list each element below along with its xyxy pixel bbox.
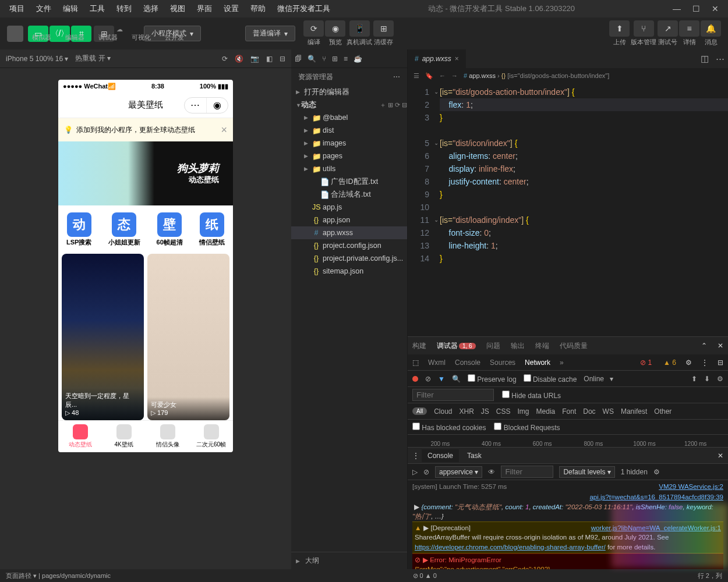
- compile-select[interactable]: 普通编译▾: [245, 26, 295, 41]
- menu-item[interactable]: 工具: [85, 1, 109, 16]
- console-tab[interactable]: Console: [422, 449, 459, 462]
- close-icon[interactable]: ✕: [712, 4, 719, 13]
- filter-type[interactable]: Img: [518, 407, 529, 416]
- filter-type[interactable]: JS: [481, 407, 489, 416]
- throttle-select[interactable]: Online ▾: [584, 375, 613, 383]
- subtab-network[interactable]: Network: [525, 359, 550, 367]
- tree-item[interactable]: {}project.private.config.js...: [291, 252, 407, 265]
- open-editors[interactable]: ▶打开的编辑器: [291, 86, 407, 98]
- preserve-log-checkbox[interactable]: Preserve log: [468, 374, 517, 384]
- filter-type[interactable]: XHR: [459, 407, 473, 416]
- menu-item[interactable]: 项目: [5, 1, 29, 16]
- menu-item[interactable]: 帮助: [246, 1, 270, 16]
- menu-item[interactable]: 微信开发者工具: [273, 1, 335, 16]
- devtools-tab[interactable]: 问题: [486, 341, 500, 351]
- cup-icon[interactable]: ☕: [354, 55, 362, 63]
- action-button[interactable]: 📱: [349, 20, 370, 37]
- tab-item[interactable]: 4K壁纸: [102, 421, 146, 452]
- tree-item[interactable]: JSapp.js: [291, 201, 407, 214]
- subtab-wxml[interactable]: Wxml: [428, 359, 446, 367]
- list-icon[interactable]: ☰: [414, 72, 419, 80]
- levels-select[interactable]: Default levels ▾: [559, 466, 614, 478]
- search-icon[interactable]: 🔍: [308, 55, 316, 63]
- maximize-icon[interactable]: ☐: [692, 4, 700, 13]
- devtools-tab[interactable]: 代码质量: [560, 341, 588, 351]
- menu-item[interactable]: 编辑: [58, 1, 83, 16]
- menu-item[interactable]: 界面: [192, 1, 217, 16]
- branch-icon[interactable]: ⑂: [322, 55, 326, 63]
- page-path[interactable]: 页面路径 ▾ | pages/dynamic/dynamic: [6, 572, 111, 580]
- more-tabs-icon[interactable]: »: [560, 359, 564, 367]
- tree-item[interactable]: ▶📁images: [291, 137, 407, 150]
- more-icon[interactable]: ⋮: [701, 359, 708, 367]
- close-notice-icon[interactable]: ×: [221, 124, 227, 136]
- filter-type[interactable]: Doc: [583, 407, 595, 416]
- subtab-console[interactable]: Console: [455, 359, 480, 367]
- rotate-icon[interactable]: ◧: [266, 55, 273, 63]
- gear-icon[interactable]: ⚙: [685, 359, 692, 367]
- toolbar-right-button[interactable]: ↗: [658, 20, 678, 37]
- breadcrumb[interactable]: # app.wxss › {} [is="dist/goods-action-b…: [464, 72, 609, 79]
- tree-item[interactable]: 📄合法域名.txt: [291, 188, 407, 201]
- context-select[interactable]: appservice ▾: [435, 466, 482, 478]
- filter-type[interactable]: Manifest: [621, 407, 647, 416]
- menu-item[interactable]: 设置: [219, 1, 243, 16]
- mute-icon[interactable]: 🔇: [235, 55, 243, 63]
- ext-icon[interactable]: ⊞: [332, 55, 338, 63]
- upload-icon[interactable]: ⬆: [691, 375, 697, 383]
- outline[interactable]: ▶大纲: [291, 552, 407, 569]
- close-drawer-icon[interactable]: ✕: [718, 452, 723, 460]
- menu-item[interactable]: 选择: [139, 1, 163, 16]
- project-root[interactable]: ▼动态 ＋ ⊞ ⟳ ⊟: [291, 98, 407, 111]
- minimize-icon[interactable]: —: [673, 4, 681, 13]
- download-icon[interactable]: ⬇: [704, 375, 710, 383]
- tree-item[interactable]: {}project.config.json: [291, 239, 407, 252]
- toolbar-right-button[interactable]: ⬆: [609, 20, 630, 37]
- more-icon[interactable]: ⋯: [712, 54, 728, 64]
- device-select[interactable]: iPhone 5 100% 16 ▾: [6, 55, 68, 63]
- menu-icon[interactable]: ⋯: [185, 98, 206, 113]
- cloud-dev-label[interactable]: ☁: [116, 26, 123, 33]
- toolbar-right-button[interactable]: 🔔: [701, 20, 721, 37]
- wallpaper-card[interactable]: 天空暗到一定程度，星辰...▷ 48: [62, 254, 144, 420]
- tree-item[interactable]: ▶📁dist: [291, 124, 407, 137]
- console-output[interactable]: [system] Launch Time: 5257 msVM29 WAServ…: [408, 480, 728, 569]
- hide-urls-checkbox[interactable]: Hide data URLs: [502, 391, 561, 400]
- disable-cache-checkbox[interactable]: Disable cache: [524, 374, 577, 384]
- clear-icon[interactable]: ⊘: [425, 375, 431, 383]
- phone-simulator[interactable]: ●●●●● WeChat📶 8:38 100% ▮▮▮ 最美壁纸 ⋯◉ 💡添加到…: [58, 80, 233, 452]
- task-tab[interactable]: Task: [461, 449, 487, 462]
- filter-type[interactable]: Cloud: [434, 407, 452, 416]
- toolbar-right-button[interactable]: ⑂: [634, 20, 654, 37]
- grid-item[interactable]: 纸情侣壁纸: [199, 212, 225, 247]
- filter-type[interactable]: Font: [562, 407, 576, 416]
- search-icon[interactable]: 🔍: [452, 375, 461, 383]
- devtools-tab[interactable]: 调试器1, 6: [437, 341, 476, 351]
- network-filter-input[interactable]: [412, 389, 494, 401]
- tree-item[interactable]: #app.wxss: [291, 226, 407, 239]
- filter-type[interactable]: WS: [603, 407, 614, 416]
- more-icon[interactable]: ⋯: [393, 73, 400, 81]
- blocked-cookies-checkbox[interactable]: Has blocked cookies: [412, 423, 486, 432]
- avatar[interactable]: [7, 26, 23, 42]
- filter-type[interactable]: Other: [654, 407, 672, 416]
- hot-reload[interactable]: 热重载 开 ▾: [75, 54, 111, 63]
- eye-icon[interactable]: 👁: [488, 468, 495, 476]
- grid-item[interactable]: 动LSP搜索: [66, 212, 91, 247]
- tab-item[interactable]: 动态壁纸: [58, 421, 102, 452]
- devtools-tab[interactable]: 构建: [412, 341, 426, 351]
- code-editor[interactable]: 1⌄235⌄67891011⌄121314 [is="dist/goods-ac…: [408, 83, 728, 336]
- refresh-icon[interactable]: ⟳: [222, 55, 228, 63]
- toolbar-right-button[interactable]: ≡: [679, 20, 699, 37]
- blocked-requests-checkbox[interactable]: Blocked Requests: [494, 423, 560, 432]
- split-icon[interactable]: ◫: [697, 54, 712, 64]
- action-button[interactable]: ⟳: [303, 20, 324, 37]
- console-filter-input[interactable]: [501, 466, 553, 478]
- gear-icon[interactable]: ⚙: [717, 375, 723, 383]
- play-icon[interactable]: ▷: [412, 468, 418, 476]
- clear-console-icon[interactable]: ⊘: [423, 468, 429, 476]
- menu-item[interactable]: 转到: [112, 1, 136, 16]
- filter-type[interactable]: CSS: [496, 407, 511, 416]
- gear-icon[interactable]: ⚙: [653, 468, 660, 476]
- tree-item[interactable]: {}sitemap.json: [291, 265, 407, 278]
